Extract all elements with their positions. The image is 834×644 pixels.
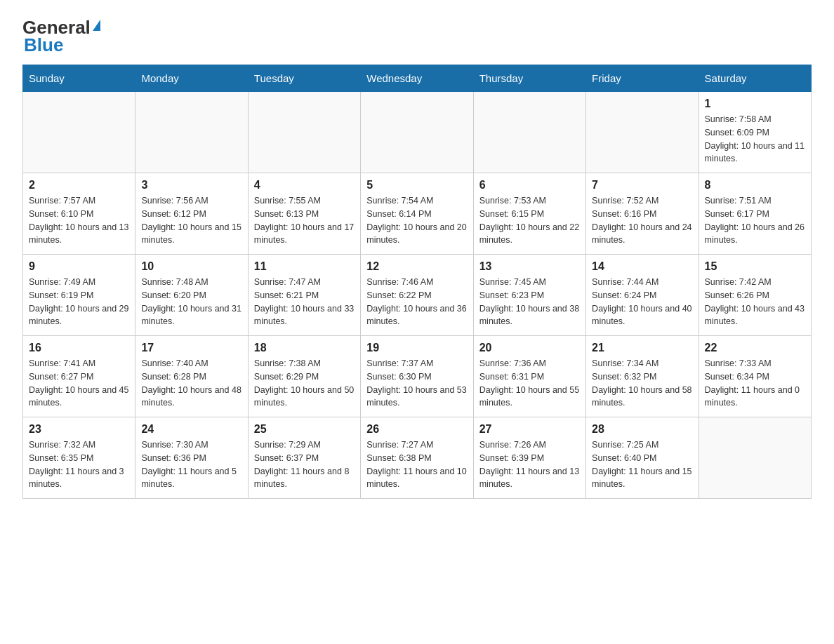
day-info: Sunrise: 7:41 AMSunset: 6:27 PMDaylight:… xyxy=(29,357,129,410)
day-info: Sunrise: 7:47 AMSunset: 6:21 PMDaylight:… xyxy=(254,276,355,328)
calendar-cell: 3Sunrise: 7:56 AMSunset: 6:12 PMDaylight… xyxy=(135,173,248,255)
calendar-cell xyxy=(361,92,473,173)
day-info: Sunrise: 7:26 AMSunset: 6:39 PMDaylight:… xyxy=(479,438,580,491)
day-number: 21 xyxy=(592,342,692,354)
calendar-cell xyxy=(248,92,360,173)
day-number: 20 xyxy=(479,342,580,354)
calendar-cell: 22Sunrise: 7:33 AMSunset: 6:34 PMDayligh… xyxy=(699,336,811,417)
day-number: 25 xyxy=(254,423,355,436)
day-number: 16 xyxy=(29,342,129,354)
day-info: Sunrise: 7:46 AMSunset: 6:22 PMDaylight:… xyxy=(366,276,467,328)
calendar-cell: 7Sunrise: 7:52 AMSunset: 6:16 PMDaylight… xyxy=(586,173,699,255)
weekday-header-sunday: Sunday xyxy=(23,65,135,92)
calendar-cell xyxy=(699,417,811,499)
calendar-cell: 1Sunrise: 7:58 AMSunset: 6:09 PMDaylight… xyxy=(699,92,811,173)
calendar-week-3: 9Sunrise: 7:49 AMSunset: 6:19 PMDaylight… xyxy=(23,255,812,336)
day-number: 7 xyxy=(592,179,692,192)
logo: General Blue xyxy=(22,17,101,56)
day-info: Sunrise: 7:29 AMSunset: 6:37 PMDaylight:… xyxy=(254,438,355,491)
calendar-cell: 18Sunrise: 7:38 AMSunset: 6:29 PMDayligh… xyxy=(248,336,360,417)
calendar-table: SundayMondayTuesdayWednesdayThursdayFrid… xyxy=(22,65,812,499)
calendar-cell: 10Sunrise: 7:48 AMSunset: 6:20 PMDayligh… xyxy=(135,255,248,336)
day-number: 11 xyxy=(254,260,355,273)
calendar-cell: 13Sunrise: 7:45 AMSunset: 6:23 PMDayligh… xyxy=(473,255,585,336)
day-info: Sunrise: 7:52 AMSunset: 6:16 PMDaylight:… xyxy=(592,194,692,247)
weekday-header-wednesday: Wednesday xyxy=(361,65,473,92)
calendar-week-5: 23Sunrise: 7:32 AMSunset: 6:35 PMDayligh… xyxy=(23,417,812,499)
calendar-cell: 27Sunrise: 7:26 AMSunset: 6:39 PMDayligh… xyxy=(473,417,585,499)
weekday-header-tuesday: Tuesday xyxy=(248,65,360,92)
day-info: Sunrise: 7:37 AMSunset: 6:30 PMDaylight:… xyxy=(366,357,467,410)
calendar-cell: 28Sunrise: 7:25 AMSunset: 6:40 PMDayligh… xyxy=(586,417,699,499)
day-info: Sunrise: 7:44 AMSunset: 6:24 PMDaylight:… xyxy=(592,276,692,328)
day-number: 19 xyxy=(366,342,467,354)
day-info: Sunrise: 7:55 AMSunset: 6:13 PMDaylight:… xyxy=(254,194,355,247)
day-number: 23 xyxy=(29,423,129,436)
day-number: 13 xyxy=(479,260,580,273)
day-info: Sunrise: 7:32 AMSunset: 6:35 PMDaylight:… xyxy=(29,438,129,491)
calendar-cell: 17Sunrise: 7:40 AMSunset: 6:28 PMDayligh… xyxy=(135,336,248,417)
day-number: 1 xyxy=(705,98,805,110)
day-number: 24 xyxy=(141,423,241,436)
calendar-cell xyxy=(473,92,585,173)
day-number: 26 xyxy=(366,423,467,436)
calendar-cell: 16Sunrise: 7:41 AMSunset: 6:27 PMDayligh… xyxy=(23,336,135,417)
day-number: 5 xyxy=(366,179,467,192)
calendar-week-1: 1Sunrise: 7:58 AMSunset: 6:09 PMDaylight… xyxy=(23,92,812,173)
day-info: Sunrise: 7:51 AMSunset: 6:17 PMDaylight:… xyxy=(705,194,805,247)
day-info: Sunrise: 7:56 AMSunset: 6:12 PMDaylight:… xyxy=(141,194,241,247)
calendar-week-2: 2Sunrise: 7:57 AMSunset: 6:10 PMDaylight… xyxy=(23,173,812,255)
weekday-header-monday: Monday xyxy=(135,65,248,92)
day-info: Sunrise: 7:40 AMSunset: 6:28 PMDaylight:… xyxy=(141,357,241,410)
day-number: 10 xyxy=(141,260,241,273)
day-number: 8 xyxy=(705,179,805,192)
calendar-cell: 2Sunrise: 7:57 AMSunset: 6:10 PMDaylight… xyxy=(23,173,135,255)
day-number: 15 xyxy=(705,260,805,273)
day-info: Sunrise: 7:45 AMSunset: 6:23 PMDaylight:… xyxy=(479,276,580,328)
day-number: 22 xyxy=(705,342,805,354)
day-info: Sunrise: 7:58 AMSunset: 6:09 PMDaylight:… xyxy=(705,113,805,166)
day-number: 2 xyxy=(29,179,129,192)
calendar-cell: 26Sunrise: 7:27 AMSunset: 6:38 PMDayligh… xyxy=(361,417,473,499)
weekday-header-saturday: Saturday xyxy=(699,65,811,92)
day-number: 28 xyxy=(592,423,692,436)
calendar-cell: 24Sunrise: 7:30 AMSunset: 6:36 PMDayligh… xyxy=(135,417,248,499)
day-info: Sunrise: 7:48 AMSunset: 6:20 PMDaylight:… xyxy=(141,276,241,328)
day-info: Sunrise: 7:34 AMSunset: 6:32 PMDaylight:… xyxy=(592,357,692,410)
day-number: 3 xyxy=(141,179,241,192)
logo-triangle-icon xyxy=(93,20,100,31)
day-number: 27 xyxy=(479,423,580,436)
day-info: Sunrise: 7:25 AMSunset: 6:40 PMDaylight:… xyxy=(592,438,692,491)
weekday-header-thursday: Thursday xyxy=(473,65,585,92)
day-number: 17 xyxy=(141,342,241,354)
page-header: General Blue xyxy=(22,17,812,56)
day-number: 4 xyxy=(254,179,355,192)
day-info: Sunrise: 7:27 AMSunset: 6:38 PMDaylight:… xyxy=(366,438,467,491)
day-number: 12 xyxy=(366,260,467,273)
day-info: Sunrise: 7:53 AMSunset: 6:15 PMDaylight:… xyxy=(479,194,580,247)
calendar-cell: 20Sunrise: 7:36 AMSunset: 6:31 PMDayligh… xyxy=(473,336,585,417)
day-info: Sunrise: 7:33 AMSunset: 6:34 PMDaylight:… xyxy=(705,357,805,410)
calendar-cell: 9Sunrise: 7:49 AMSunset: 6:19 PMDaylight… xyxy=(23,255,135,336)
day-info: Sunrise: 7:57 AMSunset: 6:10 PMDaylight:… xyxy=(29,194,129,247)
calendar-cell: 14Sunrise: 7:44 AMSunset: 6:24 PMDayligh… xyxy=(586,255,699,336)
day-info: Sunrise: 7:49 AMSunset: 6:19 PMDaylight:… xyxy=(29,276,129,328)
calendar-cell: 4Sunrise: 7:55 AMSunset: 6:13 PMDaylight… xyxy=(248,173,360,255)
day-info: Sunrise: 7:36 AMSunset: 6:31 PMDaylight:… xyxy=(479,357,580,410)
day-info: Sunrise: 7:42 AMSunset: 6:26 PMDaylight:… xyxy=(705,276,805,328)
calendar-cell: 21Sunrise: 7:34 AMSunset: 6:32 PMDayligh… xyxy=(586,336,699,417)
day-number: 18 xyxy=(254,342,355,354)
calendar-cell: 11Sunrise: 7:47 AMSunset: 6:21 PMDayligh… xyxy=(248,255,360,336)
calendar-cell xyxy=(135,92,248,173)
calendar-cell: 15Sunrise: 7:42 AMSunset: 6:26 PMDayligh… xyxy=(699,255,811,336)
day-number: 9 xyxy=(29,260,129,273)
calendar-week-4: 16Sunrise: 7:41 AMSunset: 6:27 PMDayligh… xyxy=(23,336,812,417)
logo-blue-word: Blue xyxy=(24,34,63,56)
day-info: Sunrise: 7:54 AMSunset: 6:14 PMDaylight:… xyxy=(366,194,467,247)
day-info: Sunrise: 7:30 AMSunset: 6:36 PMDaylight:… xyxy=(141,438,241,491)
weekday-header-row: SundayMondayTuesdayWednesdayThursdayFrid… xyxy=(23,65,812,92)
calendar-cell: 6Sunrise: 7:53 AMSunset: 6:15 PMDaylight… xyxy=(473,173,585,255)
calendar-cell: 19Sunrise: 7:37 AMSunset: 6:30 PMDayligh… xyxy=(361,336,473,417)
calendar-cell: 23Sunrise: 7:32 AMSunset: 6:35 PMDayligh… xyxy=(23,417,135,499)
calendar-cell: 5Sunrise: 7:54 AMSunset: 6:14 PMDaylight… xyxy=(361,173,473,255)
